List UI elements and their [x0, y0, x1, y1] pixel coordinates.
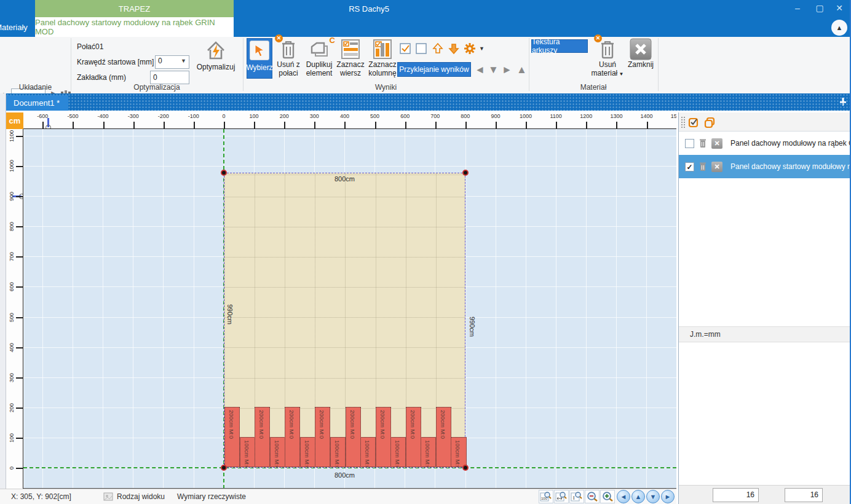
move-up-icon[interactable] [432, 42, 444, 55]
h-ruler-tick [375, 122, 376, 128]
select-tool-button[interactable]: Wybierz [247, 38, 272, 79]
panel-strip[interactable]: 100cm M:0 [390, 437, 406, 467]
chevron-down-icon: ▼ [181, 58, 186, 64]
zoom-selection-button[interactable]: I [569, 490, 584, 503]
close-panel-button[interactable]: Zamknij [626, 38, 655, 69]
ruler-unit-box[interactable]: cm [6, 112, 23, 129]
group-label-ukladanie: Układanie [0, 83, 71, 92]
checked-checkbox-icon[interactable] [400, 43, 411, 55]
nudge-left-icon[interactable]: ◄ [475, 64, 485, 76]
sticky-results-button[interactable]: Przyklejanie wyników [397, 62, 471, 77]
nudge-up-icon[interactable]: ▲ [517, 64, 527, 76]
minimize-button[interactable]: – [788, 1, 807, 15]
drawing-canvas[interactable]: 200cm M:0100cm M:0200cm M:0100cm M:0200c… [23, 129, 676, 489]
duplicate-element-button[interactable]: C Duplikuj element [304, 38, 334, 77]
empty-checkbox-icon[interactable] [416, 43, 427, 55]
document-tab[interactable]: Document1 * [5, 95, 68, 111]
tab-active-panel[interactable]: Panel dachowy startowy modułowy na rąbek… [35, 17, 234, 37]
table-footer: 16 16 [679, 485, 850, 504]
material-list-item[interactable]: ✕Panel dachowy modułowy na rąbek GRIN [679, 132, 850, 155]
pan-right-button[interactable]: ► [661, 490, 675, 503]
v-ruler-tick [16, 317, 23, 318]
trash-icon[interactable] [697, 161, 708, 172]
trash-icon: ✕ [598, 38, 617, 60]
overlap-input[interactable] [150, 71, 189, 84]
view-type-label[interactable]: Rodzaj widoku [117, 492, 165, 501]
pan-left-button[interactable]: ◄ [617, 490, 630, 503]
select-all-check-icon[interactable] [688, 116, 700, 128]
unchecked-checkbox[interactable] [685, 139, 694, 148]
dim-right-height: 990cm [469, 317, 476, 337]
panel-strip[interactable]: 200cm M:0 [406, 407, 421, 467]
vertex-handle-bottom-right[interactable] [462, 465, 469, 471]
zoom-100-button[interactable]: 100 [539, 490, 553, 503]
panel-strip[interactable]: 100cm M:0 [421, 437, 436, 467]
v-ruler-tick [16, 438, 23, 439]
panel-strip[interactable]: 200cm M:0 [255, 407, 270, 467]
dimensions-mode-label[interactable]: Wymiary rzeczywiste [177, 492, 246, 501]
remove-item-icon[interactable]: ✕ [711, 162, 722, 172]
remove-from-surface-button[interactable]: ✕ Usuń z połaci [274, 38, 303, 77]
count-left-field[interactable]: 16 [713, 488, 759, 502]
zoom-width-button[interactable] [554, 490, 569, 503]
remove-item-icon[interactable]: ✕ [711, 138, 722, 149]
panel-strip[interactable]: 200cm M:0 [376, 407, 391, 467]
group-label-optymalizacja: Optymalizacja [71, 83, 243, 92]
close-button[interactable]: ✕ [830, 1, 849, 15]
vertex-handle-bottom-left[interactable] [221, 465, 227, 471]
move-down-icon[interactable] [448, 42, 460, 55]
context-tab-trapez[interactable]: TRAPEZ [35, 0, 234, 17]
sheet-texture-button[interactable]: Tekstura arkuszy [531, 39, 588, 53]
duplicate-list-icon[interactable] [703, 116, 716, 128]
panel-strip[interactable]: 100cm M:0 [330, 437, 346, 467]
panel-strip[interactable]: 100cm M:0 [240, 437, 255, 467]
dim-left-height: 990cm [226, 304, 234, 325]
remove-material-button[interactable]: ✕ Usuń materiał ▼ [592, 38, 623, 79]
v-ruler-tick [16, 347, 23, 348]
optimize-button[interactable]: Optymalizuj [194, 38, 237, 71]
h-ruler-tick [73, 122, 74, 128]
panel-strip[interactable]: 100cm M:0 [300, 437, 315, 467]
collapse-ribbon-button[interactable]: ▲ [831, 20, 847, 36]
h-ruler-tick [42, 122, 44, 128]
pin-icon[interactable] [839, 96, 847, 106]
panel-strip-label: 200cm M:0 [437, 408, 446, 439]
side-panel-toolbar [679, 112, 850, 132]
zoom-out-button[interactable] [585, 490, 600, 503]
tab-materials[interactable]: Materiały [0, 17, 35, 37]
panel-strip[interactable]: 100cm M:0 [360, 437, 376, 467]
x-badge-icon: ✕ [594, 34, 602, 42]
pan-down-button[interactable]: ▼ [646, 490, 660, 503]
view-type-icon[interactable] [103, 492, 114, 502]
x-badge-icon: ✕ [275, 34, 283, 42]
panel-strip[interactable]: 200cm M:0 [285, 407, 300, 467]
roof-surface[interactable]: 200cm M:0100cm M:0200cm M:0100cm M:0200c… [224, 173, 465, 468]
panel-strip[interactable]: 200cm M:0 [436, 407, 451, 467]
panel-strip[interactable]: 200cm M:0 [346, 407, 361, 467]
select-row-button[interactable]: Zaznacz wiersz [336, 38, 365, 77]
panel-strip[interactable]: 200cm M:0 [224, 407, 240, 467]
start-edge-dropdown[interactable]: 0 ▼ [155, 55, 189, 69]
nudge-right-icon[interactable]: ► [502, 64, 512, 76]
panel-strip[interactable]: 100cm M:0 [270, 437, 285, 467]
material-list-item[interactable]: ✓✕Panel dachowy startowy modułowy na rąb [679, 155, 850, 178]
svg-text:I: I [573, 495, 575, 501]
v-ruler-tick [16, 166, 23, 167]
pan-up-button[interactable]: ▲ [631, 490, 645, 503]
gear-icon[interactable] [464, 42, 476, 55]
dim-top-width: 800cm [224, 175, 465, 183]
trash-icon[interactable] [697, 138, 708, 149]
panel-strip[interactable]: 100cm M:0 [451, 437, 466, 467]
zoom-in-button[interactable] [600, 490, 615, 503]
select-column-button[interactable]: Zaznacz kolumnę [366, 38, 398, 77]
drag-grip-icon[interactable] [681, 116, 686, 128]
nudge-down-icon[interactable]: ▼ [488, 64, 499, 76]
gear-dropdown-icon[interactable]: ▼ [479, 45, 485, 52]
checked-checkbox[interactable]: ✓ [685, 162, 694, 171]
count-right-field[interactable]: 16 [785, 488, 823, 502]
material-list: ✕Panel dachowy modułowy na rąbek GRIN✓✕P… [679, 132, 850, 178]
v-ruler-tick [16, 408, 23, 409]
h-ruler-tick-label: 600 [390, 113, 421, 119]
panel-strip[interactable]: 200cm M:0 [315, 407, 330, 467]
maximize-button[interactable]: ▢ [810, 1, 829, 15]
